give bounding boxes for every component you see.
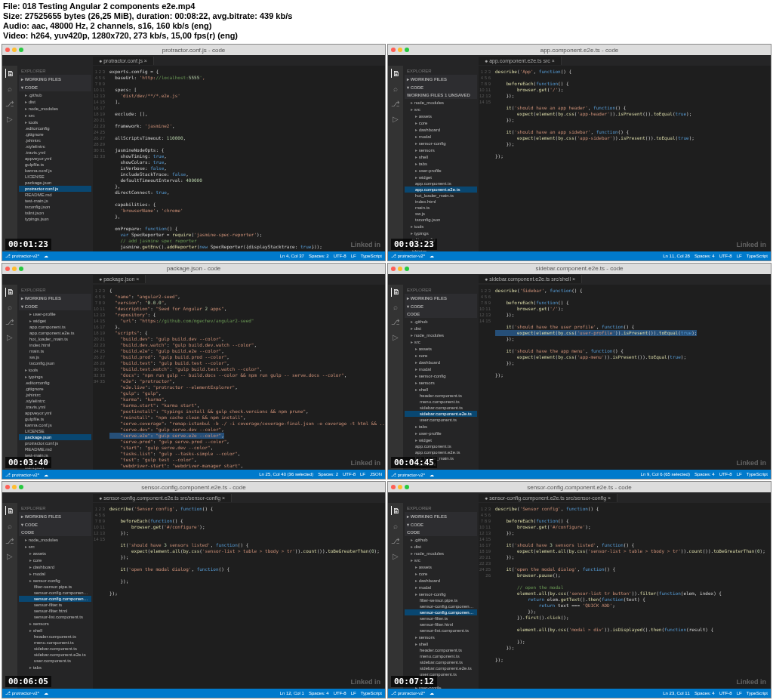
file-tree-item[interactable]: user-profile [19,310,91,317]
file-tree-item[interactable]: main.ts [405,205,477,211]
close-icon[interactable] [391,267,396,271]
maximize-icon[interactable] [19,48,23,52]
file-tree-item[interactable]: node_modules [19,105,91,112]
file-tree-item[interactable]: app.component.e2e.ts [405,187,477,193]
file-tree-item[interactable]: sidebar.component.e2e.ts [405,411,477,417]
code-section[interactable]: ▾ CODE [19,83,91,91]
file-tree-item[interactable]: appveyor.yml [19,410,91,416]
file-tree-item[interactable]: hot_loader_main.ts [405,193,477,199]
search-icon[interactable]: ⌕ [391,521,400,530]
file-tree-item[interactable]: core [19,557,91,563]
status-item[interactable]: ⎇ protractor-v2* [5,690,39,695]
status-item[interactable]: LF [737,254,742,258]
code-editor[interactable]: 1 2 3 4 5 6 7 8 9 10 11 12 13 14 15 desc… [479,285,771,470]
git-icon[interactable]: ⎇ [5,99,14,108]
code-editor[interactable]: 1 2 3 4 5 6 7 8 9 10 11 12 13 14 15 16 1… [93,66,385,251]
file-tree-item[interactable]: user.component.ts [19,658,91,664]
file-tree-item[interactable]: main.ts [19,348,91,354]
file-tree-item[interactable]: shell [405,640,477,647]
minimize-icon[interactable] [12,48,17,52]
working-files-section[interactable]: ▸ WORKING FILES [19,512,91,520]
minimize-icon[interactable] [12,267,17,271]
file-tree-item[interactable]: sensors [405,379,477,386]
file-tree-item[interactable]: protractor.conf.js [19,186,91,192]
status-item[interactable]: TypeScript [361,254,382,258]
file-tree-item[interactable]: dist [405,325,477,331]
code-content[interactable]: describe('Sensor config', function() { b… [109,506,383,597]
file-tree-item[interactable]: shell [405,153,477,160]
file-tree-item[interactable]: sidebar.component.e2e.ts [19,652,91,658]
status-item[interactable]: ⎇ protractor-v2* [391,253,425,258]
status-item[interactable]: UTF-8 [719,472,732,476]
status-item[interactable]: ☁ [44,472,48,477]
file-tree-item[interactable]: sensor-filter.ts [19,602,91,608]
file-tree-item[interactable]: header.component.ts [405,647,477,653]
file-tree-item[interactable]: karma.conf.js [19,168,91,174]
file-tree-item[interactable]: sw.js [405,211,477,217]
code-editor[interactable]: 1 2 3 4 5 6 7 8 9 10 11 12 13 14 15 desc… [479,66,771,251]
file-tree-item[interactable]: node_modules [405,550,477,557]
file-tree-item[interactable]: sensor-config.component.ts [19,590,91,596]
git-icon[interactable]: ⎇ [391,99,400,108]
file-tree-item[interactable]: dist [19,98,91,105]
file-tree-item[interactable]: src [405,557,477,563]
file-tree-item[interactable]: LICENSE [19,428,91,434]
file-tree-item[interactable]: sensor-config.component.e2e.ts [19,596,91,602]
code-editor[interactable]: 1 2 3 4 5 6 7 8 9 10 11 12 13 14 15 desc… [93,503,385,689]
file-tree-item[interactable]: menu.component.ts [405,399,477,405]
status-item[interactable]: TypeScript [361,691,382,695]
minimize-icon[interactable] [12,485,17,489]
status-item[interactable]: TypeScript [747,691,768,695]
file-tree-item[interactable]: .editorconfig [19,125,91,131]
file-tree-item[interactable]: filter-sensor.pipe.ts [19,584,91,590]
file-tree-item[interactable]: assets [405,345,477,352]
status-item[interactable]: Ln 11, Col 28 [663,254,690,258]
file-tree-item[interactable]: app.component.e2e.ts [19,330,91,336]
file-tree-item[interactable]: tslint.json [19,210,91,216]
file-tree-item[interactable]: src [19,543,91,550]
file-tree-item[interactable]: assets [19,550,91,557]
file-tree-item[interactable]: node_modules [19,536,91,543]
close-icon[interactable] [5,267,10,271]
file-tree-item[interactable]: .jshintrc [19,137,91,143]
file-tree-item[interactable]: filter-sensor.pipe.ts [405,597,477,603]
status-item[interactable]: ☁ [430,472,434,477]
file-tree-item[interactable]: widget [405,174,477,180]
status-item[interactable]: UTF-8 [719,254,732,258]
minimize-icon[interactable] [398,267,402,271]
status-item[interactable]: LF [360,472,365,476]
file-tree-item[interactable]: .travis.yml [19,404,91,410]
file-tree-item[interactable]: .editorconfig [19,380,91,386]
file-tree-item[interactable]: typings.json [19,216,91,222]
status-item[interactable]: ☁ [430,253,434,258]
file-tree-item[interactable]: app.component.ts [405,443,477,449]
file-tree-item[interactable]: header.component.ts [405,393,477,399]
file-tree-item[interactable]: tabs [405,423,477,430]
code-content[interactable]: { "name": "angular2-seed", "version": "0… [109,288,383,470]
working-files-section[interactable]: ▸ WORKING FILES [19,75,91,83]
file-tree-item[interactable]: app.component.ts [405,180,477,187]
debug-icon[interactable]: ▷ [5,333,14,342]
file-tree-item[interactable]: sensor-config [405,372,477,379]
status-item[interactable]: ⎇ protractor-v2* [391,472,425,477]
file-tree-item[interactable]: widget [405,436,477,443]
working-files-section[interactable]: ▸ WORKING FILES [405,75,477,83]
close-icon[interactable] [391,48,396,52]
file-tree-item[interactable]: package.json [19,434,91,440]
file-tree-item[interactable]: menu.component.ts [405,653,477,659]
file-tree-item[interactable]: user-profile [405,167,477,174]
status-item[interactable]: ⎇ protractor-v2* [391,690,425,695]
debug-icon[interactable]: ▷ [391,551,400,560]
close-icon[interactable] [5,485,10,489]
file-tree-item[interactable]: hot_loader_main.ts [19,336,91,342]
working-files-section[interactable]: ▸ WORKING FILES [405,294,477,302]
file-tree-item[interactable]: src [19,112,91,119]
status-item[interactable]: Ln 9, Col 6 (65 selected) [641,472,690,476]
status-item[interactable]: ☁ [430,690,434,695]
explorer-icon[interactable]: 🗎 [391,288,400,297]
status-item[interactable]: UTF-8 [334,691,346,695]
file-tree-item[interactable]: gulpfile.ts [19,416,91,422]
file-tree-item[interactable]: .github [405,318,477,325]
file-tree-item[interactable]: .gitignore [19,131,91,137]
file-tree-item[interactable]: .github [19,91,91,98]
